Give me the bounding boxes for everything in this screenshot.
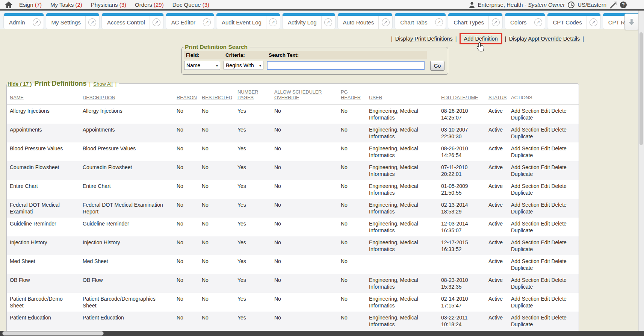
col-header-name[interactable]: NAME — [7, 88, 80, 104]
action-duplicate[interactable]: Duplicate — [511, 265, 533, 271]
action-duplicate[interactable]: Duplicate — [511, 171, 533, 177]
col-header-allow-scheduler-override[interactable]: ALLOW SCHEDULEROVERRIDE — [271, 88, 338, 104]
help-icon[interactable]: ? — [620, 2, 627, 8]
action-duplicate[interactable]: Duplicate — [511, 190, 533, 196]
action-edit[interactable]: Edit — [541, 145, 550, 151]
col-header-status[interactable]: STATUS — [485, 88, 508, 104]
action-duplicate[interactable]: Duplicate — [511, 284, 533, 290]
action-edit[interactable]: Edit — [541, 296, 550, 302]
action-delete[interactable]: Delete — [551, 315, 566, 321]
action-add-section[interactable]: Add Section — [511, 145, 540, 151]
action-duplicate[interactable]: Duplicate — [511, 152, 533, 158]
tab-chart-types[interactable]: Chart Types↗ — [448, 13, 502, 29]
col-header-restricted[interactable]: RESTRICTED — [199, 88, 234, 104]
action-add-section[interactable]: Add Section — [511, 258, 540, 264]
action-add-section[interactable]: Add Section — [511, 202, 540, 208]
open-in-new-icon[interactable]: ↗ — [531, 16, 545, 29]
open-in-new-icon[interactable]: ↗ — [150, 16, 163, 29]
action-add-section[interactable]: Add Section — [511, 277, 540, 283]
action-duplicate[interactable]: Duplicate — [511, 321, 533, 327]
tab-auto-routes[interactable]: Auto Routes↗ — [338, 13, 393, 29]
action-duplicate[interactable]: Duplicate — [511, 303, 533, 309]
action-add-section[interactable]: Add Section — [511, 239, 540, 245]
link-display-print-definitions[interactable]: Display Print Definitions — [395, 36, 453, 42]
vertical-scrollbar-thumb[interactable] — [639, 32, 643, 145]
action-delete[interactable]: Delete — [551, 164, 566, 170]
action-delete[interactable]: Delete — [551, 145, 566, 151]
action-edit[interactable]: Edit — [541, 202, 550, 208]
action-edit[interactable]: Edit — [541, 239, 550, 245]
nav-item-my-tasks[interactable]: My Tasks (2) — [50, 2, 82, 8]
tab-ac-editor[interactable]: AC Editor↗ — [166, 13, 214, 29]
open-in-new-icon[interactable]: ↗ — [266, 16, 280, 29]
more-tabs-button[interactable] — [624, 14, 639, 30]
horizontal-scrollbar-thumb[interactable] — [2, 331, 104, 336]
wand-icon[interactable] — [609, 1, 617, 9]
action-duplicate[interactable]: Duplicate — [511, 209, 533, 215]
hide-toggle-link[interactable]: Hide ( 17 ) — [8, 81, 32, 87]
action-delete[interactable]: Delete — [551, 202, 566, 208]
action-delete[interactable]: Delete — [551, 258, 566, 264]
action-add-section[interactable]: Add Section — [511, 127, 540, 133]
open-in-new-icon[interactable]: ↗ — [30, 16, 44, 29]
action-delete[interactable]: Delete — [551, 183, 566, 189]
criteria-select[interactable]: Begins With ▾ — [224, 61, 263, 70]
link-display-appt-override-details[interactable]: Display Appt Override Details — [509, 36, 580, 42]
horizontal-scrollbar[interactable] — [0, 331, 644, 336]
action-edit[interactable]: Edit — [541, 183, 550, 189]
action-duplicate[interactable]: Duplicate — [511, 133, 533, 139]
go-button[interactable]: Go — [430, 61, 444, 71]
open-in-new-icon[interactable]: ↗ — [378, 16, 392, 29]
action-edit[interactable]: Edit — [541, 258, 550, 264]
field-select[interactable]: Name ▾ — [184, 61, 220, 70]
tab-audit-event-log[interactable]: Audit Event Log↗ — [216, 13, 280, 29]
action-delete[interactable]: Delete — [551, 277, 566, 283]
col-header-reason[interactable]: REASON — [174, 88, 199, 104]
action-delete[interactable]: Delete — [551, 108, 566, 114]
action-duplicate[interactable]: Duplicate — [511, 227, 533, 233]
action-add-section[interactable]: Add Section — [511, 315, 540, 321]
open-in-new-icon[interactable]: ↗ — [432, 16, 446, 29]
tab-chart-tabs[interactable]: Chart Tabs↗ — [395, 13, 446, 29]
action-duplicate[interactable]: Duplicate — [511, 115, 533, 121]
action-edit[interactable]: Edit — [541, 221, 550, 227]
action-duplicate[interactable]: Duplicate — [511, 246, 533, 252]
show-all-link[interactable]: Show All — [93, 81, 113, 87]
tab-colors[interactable]: Colors↗ — [505, 13, 545, 29]
action-edit[interactable]: Edit — [541, 164, 550, 170]
open-in-new-icon[interactable]: ↗ — [587, 16, 600, 29]
open-in-new-icon[interactable]: ↗ — [488, 16, 502, 29]
search-text-input[interactable] — [267, 61, 425, 70]
nav-item-orders[interactable]: Orders (29) — [135, 2, 164, 8]
link-add-definition[interactable]: Add Definition — [464, 36, 498, 42]
col-header-pg-header[interactable]: PGHEADER — [338, 88, 366, 104]
action-edit[interactable]: Edit — [541, 127, 550, 133]
home-button[interactable] — [5, 2, 12, 8]
action-edit[interactable]: Edit — [541, 315, 550, 321]
action-edit[interactable]: Edit — [541, 108, 550, 114]
col-header-number-pages[interactable]: NUMBERPAGES — [234, 88, 271, 104]
nav-item-doc-queue[interactable]: Doc Queue (3) — [172, 2, 209, 8]
open-in-new-icon[interactable]: ↗ — [321, 16, 335, 29]
action-add-section[interactable]: Add Section — [511, 221, 540, 227]
col-header-user[interactable]: USER — [366, 88, 438, 104]
col-header-edit-date-time[interactable]: EDIT DATE/TIME — [438, 88, 485, 104]
tab-admin[interactable]: Admin↗ — [4, 13, 44, 29]
action-delete[interactable]: Delete — [551, 296, 566, 302]
action-delete[interactable]: Delete — [551, 127, 566, 133]
nav-item-physicians[interactable]: Physicians (3) — [91, 2, 126, 8]
tab-my-settings[interactable]: My Settings↗ — [46, 13, 99, 29]
vertical-scrollbar[interactable] — [638, 11, 644, 331]
action-delete[interactable]: Delete — [551, 239, 566, 245]
action-add-section[interactable]: Add Section — [511, 164, 540, 170]
action-edit[interactable]: Edit — [541, 277, 550, 283]
tab-cpt-codes[interactable]: CPT Codes↗ — [547, 13, 600, 29]
tab-access-control[interactable]: Access Control↗ — [102, 13, 163, 29]
open-in-new-icon[interactable]: ↗ — [200, 16, 214, 29]
nav-item-esign[interactable]: Esign (7) — [19, 2, 42, 8]
action-add-section[interactable]: Add Section — [511, 183, 540, 189]
action-add-section[interactable]: Add Section — [511, 296, 540, 302]
action-add-section[interactable]: Add Section — [511, 108, 540, 114]
action-delete[interactable]: Delete — [551, 221, 566, 227]
open-in-new-icon[interactable]: ↗ — [85, 16, 99, 29]
